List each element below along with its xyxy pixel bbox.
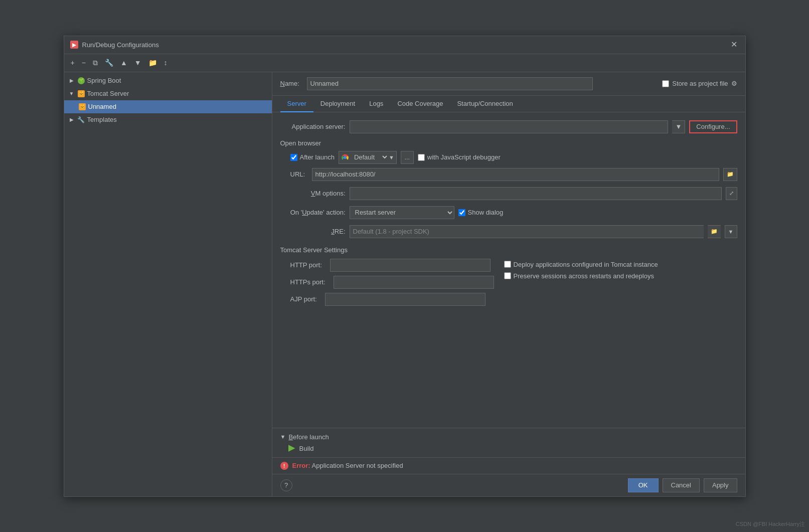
after-launch-checkbox[interactable]: [290, 154, 297, 161]
ajp-port-input[interactable]: [325, 293, 486, 306]
up-button[interactable]: ▲: [118, 57, 130, 68]
ajp-port-label: AJP port:: [290, 295, 321, 303]
main-content: ▶ 🌱 Spring Boot ▼ 🐱 Tomcat Server 🐱 Unn: [64, 72, 745, 496]
js-debugger-label[interactable]: with JavaScript debugger: [418, 153, 501, 161]
update-row: On 'Update' action: Restart server Updat…: [280, 206, 737, 219]
vm-expand-btn[interactable]: ⤢: [726, 187, 737, 200]
sidebar: ▶ 🌱 Spring Boot ▼ 🐱 Tomcat Server 🐱 Unn: [64, 72, 272, 496]
browser-select[interactable]: Default Chrome Firefox: [349, 153, 389, 161]
vm-label: VM options:: [280, 190, 346, 197]
http-port-input[interactable]: [330, 259, 491, 272]
update-select[interactable]: Restart server Update classes and resour…: [350, 206, 454, 219]
configure-button[interactable]: Configure...: [689, 120, 737, 133]
add-button[interactable]: +: [68, 57, 77, 68]
folder-button[interactable]: 📁: [146, 57, 159, 68]
https-port-label: HTTPs port:: [290, 278, 330, 286]
options-section: Deploy applications configured in Tomcat…: [504, 259, 658, 280]
tomcat-icon: 🐱: [77, 90, 85, 98]
error-text: Error: Application Server not specified: [292, 462, 403, 469]
preserve-checkbox[interactable]: [504, 272, 511, 279]
titlebar: ▶ Run/Debug Configurations ✕: [64, 36, 745, 54]
error-bar: ! Error: Application Server not specifie…: [272, 457, 745, 474]
app-server-label: Application server:: [280, 123, 346, 130]
run-debug-dialog: ▶ Run/Debug Configurations ✕ + − ⧉ 🔧 ▲ ▼…: [64, 36, 746, 497]
toolbar: + − ⧉ 🔧 ▲ ▼ 📁 ↕: [64, 54, 745, 72]
svg-point-0: [344, 156, 347, 159]
jre-input[interactable]: [350, 225, 704, 238]
expand-arrow-tomcat: ▼: [68, 90, 75, 97]
panel-content: Application server: ▼ Configure... Open …: [272, 112, 745, 428]
tab-coverage[interactable]: Code Coverage: [390, 96, 450, 112]
open-browser-title: Open browser: [280, 139, 737, 147]
dots-button[interactable]: ...: [401, 151, 414, 164]
https-port-input[interactable]: [334, 276, 494, 289]
after-launch-checkbox-label[interactable]: After launch: [290, 153, 335, 161]
jre-down-btn[interactable]: ▼: [725, 225, 737, 238]
js-debugger-checkbox[interactable]: [418, 154, 425, 161]
app-server-dropdown[interactable]: ▼: [672, 120, 685, 133]
before-launch-header: ▼ Before launch: [280, 433, 737, 441]
vm-input[interactable]: [350, 187, 722, 200]
url-input[interactable]: [312, 168, 719, 181]
before-launch: ▼ Before launch Build: [272, 428, 745, 457]
apply-button[interactable]: Apply: [704, 478, 737, 492]
jre-row: JRE: 📁 ▼: [280, 225, 737, 238]
dialog-title: Run/Debug Configurations: [82, 41, 159, 49]
deploy-checkbox[interactable]: [504, 261, 511, 268]
bottom-bar: ? OK Cancel Apply: [272, 474, 745, 496]
store-checkbox-area: Store as project file ⚙: [662, 80, 737, 87]
deploy-checkbox-label[interactable]: Deploy applications configured in Tomcat…: [504, 261, 658, 268]
open-browser-section: Open browser After launch: [280, 139, 737, 181]
sidebar-item-springboot[interactable]: ▶ 🌱 Spring Boot: [64, 74, 272, 87]
tab-deployment[interactable]: Deployment: [313, 96, 362, 112]
name-input[interactable]: [307, 77, 593, 90]
browser-select-wrapper: Default Chrome Firefox ▼: [339, 151, 397, 164]
copy-button[interactable]: ⧉: [90, 57, 100, 69]
titlebar-left: ▶ Run/Debug Configurations: [70, 41, 159, 49]
close-button[interactable]: ✕: [729, 40, 739, 50]
settings-button[interactable]: 🔧: [102, 57, 116, 68]
app-server-input[interactable]: [350, 120, 669, 133]
http-port-label: HTTP port:: [290, 261, 326, 269]
ok-button[interactable]: OK: [628, 478, 659, 492]
sort-button[interactable]: ↕: [161, 57, 170, 68]
app-icon: ▶: [70, 41, 78, 49]
build-row: Build: [280, 445, 737, 452]
tomcat-settings: Tomcat Server Settings HTTP port: HTTPs …: [280, 246, 737, 310]
bottom-left: ?: [280, 479, 292, 491]
wrench-icon: 🔧: [77, 116, 85, 124]
sidebar-label-springboot: Spring Boot: [87, 77, 121, 84]
store-label: Store as project file: [672, 80, 728, 87]
store-checkbox[interactable]: [662, 80, 669, 87]
deploy-label: Deploy applications configured in Tomcat…: [514, 261, 658, 268]
error-message: Application Server not specified: [312, 462, 403, 469]
js-debugger-text: with JavaScript debugger: [427, 153, 501, 161]
vm-row: VM options: ⤢: [280, 187, 737, 200]
collapse-icon[interactable]: ▼: [280, 434, 286, 440]
after-launch-label: After launch: [300, 153, 335, 161]
cancel-button[interactable]: Cancel: [663, 478, 700, 492]
url-row: URL: 📁: [280, 168, 737, 181]
show-dialog-label[interactable]: Show dialog: [458, 209, 504, 216]
tab-startup[interactable]: Startup/Connection: [450, 96, 520, 112]
show-dialog-text: Show dialog: [468, 209, 504, 216]
down-button[interactable]: ▼: [132, 57, 144, 68]
preserve-checkbox-label[interactable]: Preserve sessions across restarts and re…: [504, 272, 658, 280]
gear-icon[interactable]: ⚙: [731, 80, 737, 87]
sidebar-item-templates[interactable]: ▶ 🔧 Templates: [64, 113, 272, 126]
tab-logs[interactable]: Logs: [362, 96, 390, 112]
ports-section: HTTP port: HTTPs port: AJP port:: [290, 259, 494, 310]
tab-server[interactable]: Server: [280, 96, 313, 112]
show-dialog-checkbox[interactable]: [458, 209, 465, 216]
jre-folder-btn[interactable]: 📁: [708, 225, 721, 238]
url-folder-btn[interactable]: 📁: [723, 168, 737, 181]
browser-row: After launch: [280, 151, 737, 164]
url-label: URL:: [290, 170, 308, 178]
app-server-row: Application server: ▼ Configure...: [280, 120, 737, 133]
sidebar-item-unnamed[interactable]: 🐱 Unnamed: [64, 100, 272, 113]
help-button[interactable]: ?: [280, 479, 292, 491]
error-icon: !: [280, 462, 288, 470]
remove-button[interactable]: −: [79, 57, 88, 68]
tabs-area: Server Deployment Logs Code Coverage Sta…: [272, 96, 745, 112]
sidebar-item-tomcat[interactable]: ▼ 🐱 Tomcat Server: [64, 87, 272, 100]
